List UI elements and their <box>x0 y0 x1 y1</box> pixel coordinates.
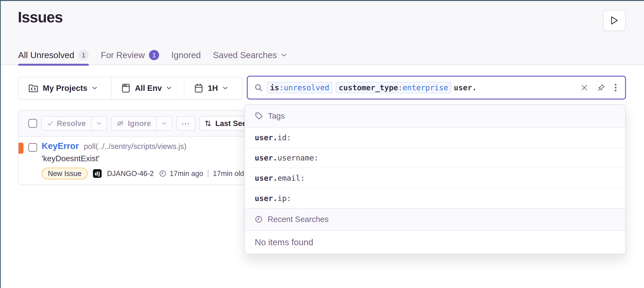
issue-last-seen: 17min ago <box>170 170 203 178</box>
tab-for-review[interactable]: For Review 1 <box>101 44 159 66</box>
ignore-dropdown-button[interactable] <box>157 116 172 130</box>
search-icon <box>254 83 263 92</box>
replay-tour-button[interactable] <box>603 10 626 31</box>
tab-all-unresolved[interactable]: All Unresolved 1 <box>18 44 89 66</box>
environment-filter[interactable]: All Env <box>111 77 184 99</box>
tab-saved-searches[interactable]: Saved Searches <box>213 44 287 66</box>
token-separator: : <box>398 83 402 92</box>
tab-badge: 1 <box>78 50 89 60</box>
sort-arrows-icon <box>204 120 212 127</box>
new-issue-badge: New Issue <box>42 168 88 180</box>
resolve-button[interactable]: Resolve <box>41 116 92 130</box>
tab-label: All Unresolved <box>18 50 74 60</box>
pin-search-icon[interactable] <box>597 84 606 92</box>
search-actions <box>581 83 617 92</box>
issue-title-link[interactable]: KeyError <box>42 141 79 151</box>
resolve-label: Resolve <box>57 119 86 128</box>
ignore-button[interactable]: Ignore <box>111 116 156 130</box>
token-value: unresolved <box>284 83 329 92</box>
tab-badge: 1 <box>149 50 159 60</box>
time-range-filter[interactable]: 1H <box>184 77 242 99</box>
search-token-list: is:unresolved customer_type:enterprise <box>267 82 451 93</box>
window-edge-left <box>0 0 1 288</box>
suggestion-rest: id: <box>278 133 291 142</box>
search-token-customer-type[interactable]: customer_type:enterprise <box>336 82 451 93</box>
token-key: customer_type <box>339 83 398 92</box>
suggestion-typed: user. <box>255 174 278 182</box>
recent-searches-header: Recent Searches <box>245 208 626 230</box>
more-actions-button[interactable]: ⋯ <box>176 116 195 130</box>
issue-times: 17min ago 17min old <box>159 170 244 178</box>
issues-page: Issues All Unresolved 1 For Review 1 Ign… <box>0 0 644 288</box>
token-separator: : <box>279 83 284 92</box>
mute-icon <box>117 120 124 127</box>
issue-meta: New Issue dj DJANGO-46-2 17min ago 17min… <box>42 168 244 180</box>
issue-short-id: DJANGO-46-2 <box>107 170 154 178</box>
resolve-button-group: Resolve <box>41 116 107 130</box>
tags-section-header: Tags <box>245 105 626 128</box>
play-icon <box>610 16 619 25</box>
no-items-found: No items found <box>245 230 626 254</box>
chevron-down-icon <box>166 86 172 90</box>
clock-icon <box>255 215 263 223</box>
project-filter[interactable]: My Projects <box>18 77 111 99</box>
page-filter-bar: My Projects All Env <box>18 77 242 100</box>
issue-tabs: All Unresolved 1 For Review 1 Ignored Sa… <box>18 44 299 66</box>
time-range-filter-label: 1H <box>208 84 218 93</box>
suggestion-rest: username: <box>278 154 318 162</box>
tags-section-title: Tags <box>268 112 285 120</box>
django-project-icon: dj <box>93 169 102 178</box>
suggestion-user-username[interactable]: user.username: <box>245 148 626 168</box>
recent-searches-title: Recent Searches <box>268 215 328 224</box>
tab-label: Saved Searches <box>213 50 277 60</box>
check-icon <box>47 120 53 126</box>
suggestion-rest: email: <box>278 174 305 182</box>
chevron-down-icon <box>92 86 98 90</box>
search-autocomplete-dropdown: Tags user.id: user.username: user.email:… <box>244 104 626 254</box>
ignore-button-group: Ignore <box>111 116 172 130</box>
token-key: is <box>270 83 279 92</box>
window-edge-top <box>0 0 644 1</box>
resolve-dropdown-button[interactable] <box>92 116 107 130</box>
chevron-down-icon <box>281 53 287 57</box>
tag-icon <box>255 112 263 120</box>
issue-checkbox[interactable] <box>28 143 37 152</box>
suggestion-rest: ip: <box>278 194 291 203</box>
ignore-label: Ignore <box>128 119 151 128</box>
suggestion-typed: user. <box>255 133 278 142</box>
search-token-is-unresolved[interactable]: is:unresolved <box>267 82 332 93</box>
calendar-icon <box>194 83 203 93</box>
tab-label: For Review <box>101 50 145 60</box>
token-value: enterprise <box>402 83 448 92</box>
page-header: Issues All Unresolved 1 For Review 1 Ign… <box>0 1 644 65</box>
suggestion-typed: user. <box>255 194 278 203</box>
issue-culprit: poll(../../sentry/scripts/views.js) <box>84 142 186 150</box>
page-title: Issues <box>18 8 63 26</box>
suggestion-user-ip[interactable]: user.ip: <box>245 188 626 208</box>
suggestion-user-email[interactable]: user.email: <box>245 168 626 188</box>
issue-age: 17min old <box>213 170 244 178</box>
clock-icon <box>159 170 166 177</box>
chevron-down-icon <box>222 86 228 90</box>
environment-filter-label: All Env <box>135 84 162 93</box>
tab-ignored[interactable]: Ignored <box>171 44 201 66</box>
environment-icon <box>121 83 130 93</box>
issue-search-bar[interactable]: is:unresolved customer_type:enterprise u… <box>247 76 626 100</box>
select-all-checkbox[interactable] <box>28 119 37 128</box>
tab-label: Ignored <box>171 50 201 60</box>
issue-content: KeyError poll(../../sentry/scripts/views… <box>42 141 244 180</box>
divider <box>208 170 208 178</box>
search-typed-text[interactable]: user. <box>454 83 476 92</box>
kebab-menu-icon[interactable] <box>614 83 617 92</box>
project-filter-label: My Projects <box>43 84 88 93</box>
clear-search-icon[interactable] <box>581 84 588 91</box>
suggestion-typed: user. <box>255 154 278 162</box>
suggestion-user-id[interactable]: user.id: <box>245 128 626 148</box>
issue-message: 'keyDoesntExist' <box>42 154 244 163</box>
projects-icon <box>28 84 38 93</box>
issue-level-indicator <box>18 143 24 154</box>
